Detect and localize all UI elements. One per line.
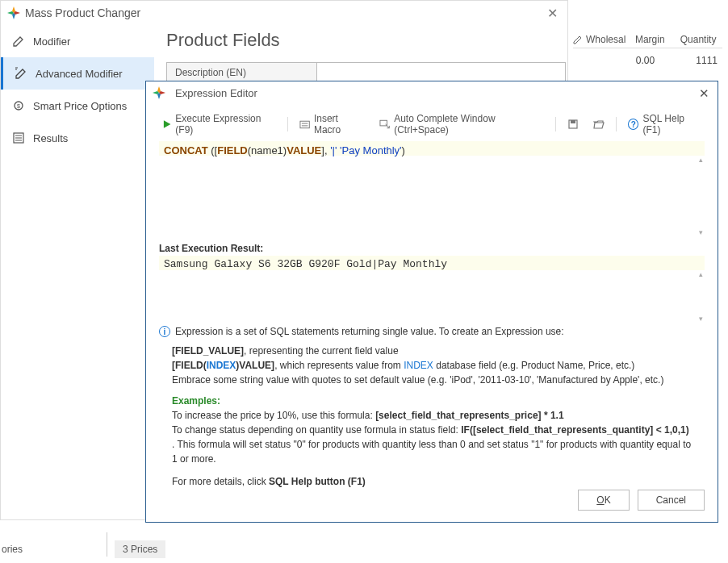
code-pad: ▴ ▾ <box>159 156 705 236</box>
scroll-down-icon[interactable]: ▾ <box>697 315 705 323</box>
cancel-button[interactable]: Cancel <box>638 490 705 511</box>
sidebar-modifier[interactable]: Modifier <box>1 25 154 57</box>
autocomplete-icon <box>379 119 390 130</box>
sidebar: Modifier Advanced Modifier $ Smart Price… <box>1 25 154 154</box>
sidebar-label: Results <box>33 132 68 144</box>
expression-editor-dialog: Expression Editor ✕ Execute Expression (… <box>145 81 718 523</box>
separator <box>287 117 288 131</box>
sidebar-label: Smart Price Options <box>33 100 127 112</box>
sidebar-label: Advanced Modifier <box>36 68 123 80</box>
content-area: Product Fields Description (EN) <box>166 30 559 85</box>
cell-margin: 0.00 <box>621 55 670 66</box>
sidebar-smart-price[interactable]: $ Smart Price Options <box>1 90 154 122</box>
close-icon[interactable]: ✕ <box>547 6 558 21</box>
gear-dollar-icon: $ <box>12 99 25 112</box>
scroll-down-icon[interactable]: ▾ <box>697 228 705 236</box>
macro-icon <box>299 119 310 130</box>
expression-code[interactable]: CONCAT ([FIELD(name1)VALUE], '|' 'Pay Mo… <box>159 141 705 156</box>
expr-titlebar: Expression Editor ✕ <box>146 81 718 104</box>
result-pad: ▴ ▾ <box>159 270 705 323</box>
save-icon <box>567 119 579 130</box>
divider <box>107 532 107 557</box>
separator <box>616 117 617 131</box>
result-text: Samsung Galaxy S6 32GB G920F Gold|Pay Mo… <box>159 256 705 270</box>
save-button[interactable] <box>564 117 582 131</box>
scroll-up-icon[interactable]: ▴ <box>697 156 705 164</box>
btn-label: Auto Complete Window (Ctrl+Space) <box>394 113 544 136</box>
scrollbar[interactable]: ▴ ▾ <box>697 156 705 236</box>
cell-quantity: 1111 <box>669 55 722 66</box>
app-logo-icon <box>153 86 165 99</box>
pencil-icon <box>573 35 583 44</box>
execute-button[interactable]: Execute Expression (F9) <box>159 111 279 137</box>
folder-open-icon <box>593 119 605 130</box>
page-title: Product Fields <box>166 30 559 51</box>
edit-icon <box>12 35 25 48</box>
svg-rect-3 <box>300 121 309 128</box>
bottom-left-fragment: ories <box>2 544 23 555</box>
scrollbar[interactable]: ▴ ▾ <box>697 270 705 323</box>
right-panel: Wholesal Margin Quantity 0.00 1111 <box>573 31 722 66</box>
col-wholesale[interactable]: Wholesal <box>573 34 625 45</box>
play-icon <box>162 119 171 129</box>
right-row: 0.00 1111 <box>573 55 722 66</box>
edit-advanced-icon <box>15 67 27 80</box>
help-block: [FIELD_VALUE], representing the current … <box>172 344 692 489</box>
separator <box>555 117 556 131</box>
open-button[interactable] <box>590 117 608 131</box>
right-header: Wholesal Margin Quantity <box>573 31 722 48</box>
help-icon: ? <box>628 119 638 130</box>
list-icon <box>12 131 25 144</box>
col-margin[interactable]: Margin <box>625 34 674 45</box>
col-label: Wholesal <box>586 34 625 45</box>
svg-rect-6 <box>571 120 575 123</box>
close-icon[interactable]: ✕ <box>699 86 709 101</box>
app-logo-icon <box>7 6 20 19</box>
btn-label: SQL Help (F1) <box>642 113 701 136</box>
last-result-label: Last Execution Result: <box>159 243 705 254</box>
btn-label: Insert Macro <box>314 113 365 136</box>
bottom-tab[interactable]: 3 Prices <box>115 540 165 558</box>
info-text: Expression is a set of SQL statements re… <box>175 326 564 337</box>
insert-macro-button[interactable]: Insert Macro <box>296 111 368 137</box>
sidebar-advanced-modifier[interactable]: Advanced Modifier <box>1 57 154 90</box>
sql-help-button[interactable]: ? SQL Help (F1) <box>625 111 705 137</box>
expr-toolbar: Execute Expression (F9) Insert Macro Aut… <box>146 111 718 138</box>
cell-wholesale <box>573 55 621 66</box>
btn-label: Execute Expression (F9) <box>175 113 275 136</box>
window-title: Mass Product Changer <box>25 6 140 19</box>
sidebar-results[interactable]: Results <box>1 122 154 154</box>
dialog-buttons: OK Cancel <box>578 490 705 511</box>
info-icon: i <box>159 326 170 337</box>
expr-title: Expression Editor <box>175 87 257 99</box>
scroll-up-icon[interactable]: ▴ <box>697 270 705 278</box>
titlebar: Mass Product Changer ✕ <box>1 1 567 25</box>
svg-text:$: $ <box>17 103 20 109</box>
sidebar-label: Modifier <box>33 35 70 48</box>
info-row: i Expression is a set of SQL statements … <box>159 326 705 337</box>
autocomplete-button[interactable]: Auto Complete Window (Ctrl+Space) <box>376 111 547 137</box>
ok-button[interactable]: OK <box>578 490 629 511</box>
col-quantity[interactable]: Quantity <box>674 34 722 45</box>
